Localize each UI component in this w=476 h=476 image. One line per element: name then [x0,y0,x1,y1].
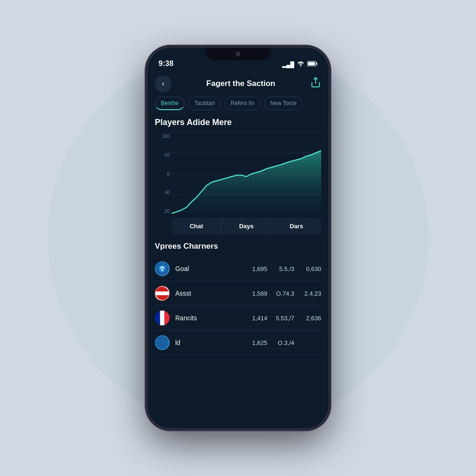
chart-btn-days[interactable]: Days [222,218,272,234]
y-label-20: 20 [155,209,172,214]
flag-rancits [155,311,170,325]
page-title: Fagert the Saction [206,79,275,88]
stat-row-rancits[interactable]: Rancits 1,414 5.53,/7 2,636 [155,306,321,331]
stat-val-rancits-1: 1,414 [247,315,267,322]
stats-title: Vprees Charners [155,242,321,251]
tab-tacititarl[interactable]: Tacititarl [188,97,221,110]
stat-row-ld[interactable]: ld 1,625 Ο.3,/4 [155,331,321,355]
tab-bar: Benthe Tacititarl Refers īin New Torce [147,97,329,110]
phone-device: 9:38 ▂▄█ [147,47,329,429]
header: ‹ Fagert the Saction [147,71,329,97]
back-button[interactable]: ‹ [155,75,172,92]
flag-ld [155,335,170,350]
stat-val-assst-2: Ο.74.3 [274,290,294,297]
grid-line-1 [172,153,321,153]
chart-fill [172,151,321,213]
stat-val-assst-3: 2,4,23 [301,290,321,297]
phone-notch [205,47,271,60]
svg-rect-11 [160,311,164,324]
stat-val-rancits-2: 5.53,/7 [274,315,294,322]
wifi-icon [297,61,304,68]
status-icons: ▂▄█ [282,61,317,68]
y-label-60: 60 [155,152,172,158]
svg-point-6 [161,269,163,271]
y-label-0: 0 [155,172,172,177]
stat-val-ld-3 [301,339,321,346]
tab-new[interactable]: New Torce [264,97,302,110]
stat-val-goal-2: 5.5./3 [274,265,294,272]
back-icon: ‹ [162,79,164,88]
chart-btn-dars[interactable]: Dars [271,218,321,234]
chart-time-buttons: Chat Days Dars [172,218,321,234]
stat-val-rancits-3: 2,636 [301,315,321,322]
battery-icon [307,61,317,68]
stat-values-goal: 1,695 5.5./3 0,630 [247,265,321,272]
grid-line-3 [172,195,321,195]
phone-screen: 9:38 ▂▄█ [147,47,329,429]
signal-icon: ▂▄█ [282,61,294,68]
chart-section-title: Players Adide Mere [147,118,329,127]
svg-rect-1 [308,62,315,66]
stat-val-goal-1: 1,695 [247,265,267,272]
chart-container: 100 60 0 40 20 [155,132,321,234]
chart-area [172,132,321,216]
stat-values-ld: 1,625 Ο.3,/4 [247,339,321,346]
stat-name-goal: Goal [175,265,241,272]
svg-rect-8 [156,291,169,295]
grid-line-mid [172,174,321,174]
chart-btn-chat[interactable]: Chat [172,218,222,234]
stat-val-assst-1: 1,589 [247,290,267,297]
svg-rect-2 [317,63,317,65]
svg-rect-12 [165,311,169,324]
stat-row-goal[interactable]: Goal 1,695 5.5./3 0,630 [155,257,321,281]
y-label-40: 40 [155,190,172,195]
flag-goal [155,261,170,276]
stat-name-rancits: Rancits [175,314,241,322]
grid-line-top [172,132,321,132]
stat-val-ld-2: Ο.3,/4 [274,339,294,346]
chart-y-axis: 100 60 0 40 20 [155,132,172,216]
y-label-100: 100 [155,134,172,139]
screen-content: ‹ Fagert the Saction Benthe Tacitit [147,71,329,429]
stat-values-rancits: 1,414 5.53,/7 2,636 [247,315,321,322]
stat-values-assst: 1,589 Ο.74.3 2,4,23 [247,290,321,297]
status-time: 9:38 [159,60,173,68]
stat-name-assst: Assst [175,290,241,297]
stat-name-ld: ld [175,339,241,346]
stat-row-assst[interactable]: Assst 1,589 Ο.74.3 2,4,23 [155,281,321,306]
tab-benthe[interactable]: Benthe [155,97,185,110]
stats-section: Vprees Charners Goal 1,695 5 [147,234,329,355]
stat-val-goal-3: 0,630 [301,265,321,272]
tab-refers[interactable]: Refers īin [225,97,260,110]
flag-assst [155,286,170,301]
stat-val-ld-1: 1,625 [247,339,267,346]
notch-camera [236,52,240,56]
share-icon[interactable] [310,77,321,91]
svg-point-14 [156,336,169,349]
